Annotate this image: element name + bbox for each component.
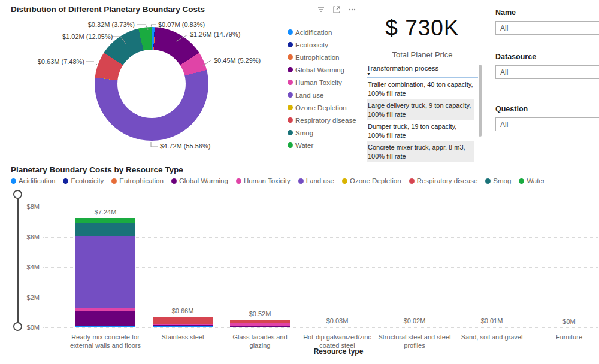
filter-icon[interactable] [316, 5, 326, 14]
legend-item-eutrophication[interactable]: Eutrophication [111, 177, 164, 184]
legend-label: Ecotoxicity [71, 177, 104, 184]
bar-chart-legend: AcidificationEcotoxicityEutrophicationGl… [11, 177, 545, 184]
legend-item-ozone-depletion[interactable]: Ozone Depletion [342, 177, 401, 184]
transformation-process-header[interactable]: Transformation process ▼ [367, 65, 478, 78]
bar-segment-acidification[interactable] [75, 326, 135, 327]
bar-total-label: $0.01M [462, 317, 522, 324]
legend-item-global-warming[interactable]: Global Warming [288, 63, 356, 76]
donut-data-label: $1.02M (12.05%) [62, 33, 110, 40]
legend-item-smog[interactable]: Smog [288, 126, 356, 139]
legend-item-acidification[interactable]: Acidification [288, 26, 356, 38]
bar-segment-land-use[interactable] [75, 236, 135, 308]
process-row-text: Large delivery truck, 9 ton capacity, [368, 101, 473, 110]
legend-item-ecotoxicity[interactable]: Ecotoxicity [288, 38, 356, 51]
bar-segment-global-warming[interactable] [75, 311, 135, 326]
legend-item-respiratory-disease[interactable]: Respiratory disease [288, 114, 356, 126]
legend-swatch [63, 178, 68, 184]
bar-total-label: $0M [539, 318, 599, 325]
bar-total-label: $7.24M [75, 208, 135, 216]
legend-swatch [11, 178, 16, 184]
bar-segment-smog[interactable] [75, 223, 135, 236]
donut-chart[interactable] [95, 27, 208, 141]
legend-label: Ozone Depletion [350, 177, 401, 184]
bar-sand-soil-and-gravel[interactable] [462, 327, 522, 328]
legend-item-land-use[interactable]: Land use [288, 89, 356, 101]
bar-segment-human-toxicity[interactable] [385, 327, 444, 328]
bar-ready-mix-concrete-for-external-walls-and-floors[interactable] [75, 218, 135, 327]
process-list-row[interactable]: Dumper truck, 19 ton capacity,100% fill … [367, 120, 474, 141]
legend-label: Respiratory disease [295, 117, 356, 124]
bar-segment-human-toxicity[interactable] [307, 327, 367, 328]
bar-segment-respiratory-disease[interactable] [153, 317, 213, 324]
legend-swatch [288, 29, 293, 35]
legend-item-smog[interactable]: Smog [485, 177, 511, 184]
x-axis-title: Resource type [279, 347, 398, 356]
slider-handle-top[interactable] [13, 190, 22, 199]
gridline [43, 327, 598, 328]
transformation-process-list: Transformation process ▼ Trailer combina… [367, 65, 483, 162]
bar-segment-acidification[interactable] [153, 326, 213, 327]
legend-swatch [288, 67, 293, 72]
legend-label: Smog [295, 129, 313, 136]
process-row-text: 100% fill rate [368, 89, 473, 98]
process-row-text: Concrete mixer truck, appr. 8 m3, [368, 143, 473, 152]
legend-label: Acidification [295, 29, 332, 36]
list-scrollbar-thumb[interactable] [479, 65, 482, 136]
bar-segment-water[interactable] [75, 218, 135, 223]
focus-mode-icon[interactable] [332, 5, 341, 14]
legend-label: Water [295, 142, 313, 149]
legend-item-water[interactable]: Water [288, 139, 356, 151]
legend-item-ozone-depletion[interactable]: Ozone Depletion [288, 101, 356, 114]
legend-item-land-use[interactable]: Land use [298, 177, 334, 184]
legend-label: Global Warming [295, 66, 344, 74]
filter-datasource-dropdown[interactable]: All [495, 65, 599, 79]
legend-swatch [171, 178, 177, 184]
legend-swatch [288, 130, 293, 135]
process-list-row[interactable]: Concrete mixer truck, appr. 8 m3,100% fi… [367, 141, 474, 162]
legend-item-ecotoxicity[interactable]: Ecotoxicity [63, 177, 104, 184]
sort-descending-icon: ▼ [367, 72, 478, 76]
legend-item-water[interactable]: Water [519, 177, 544, 184]
x-axis-category-label: Furniture [531, 333, 599, 341]
legend-swatch [409, 178, 415, 184]
process-list-row[interactable]: Large delivery truck, 9 ton capacity,100… [367, 99, 474, 120]
legend-label: Eutrophication [295, 54, 340, 61]
process-row-text: 100% fill rate [368, 110, 473, 119]
bar-glass-facades-and-glazing[interactable] [230, 320, 290, 327]
filter-group-name: Name All [495, 8, 599, 35]
legend-swatch [288, 80, 293, 85]
y-axis-range-slider-track[interactable] [17, 194, 19, 326]
x-axis-category-label: Stainless steel [144, 333, 221, 341]
filter-name-label: Name [495, 8, 599, 17]
bar-hot-dip-galvanized-zinc-coated-steel[interactable] [307, 327, 367, 328]
process-list-row[interactable]: Trailer combination, 40 ton capacity,100… [367, 78, 474, 99]
filter-question-dropdown[interactable]: All [495, 117, 599, 131]
legend-item-eutrophication[interactable]: Eutrophication [288, 51, 356, 63]
donut-hole [117, 50, 186, 118]
filter-name-dropdown[interactable]: All [495, 21, 599, 35]
donut-data-label: $0.63M (7.48%) [37, 58, 84, 65]
visual-header-toolbar [316, 5, 357, 14]
bar-total-label: $0.66M [153, 307, 213, 314]
bar-structural-steel-and-steel-profiles[interactable] [385, 327, 444, 328]
process-row-text: 100% fill rate [368, 131, 473, 140]
legend-item-global-warming[interactable]: Global Warming [171, 177, 228, 184]
filter-question-label: Question [495, 105, 599, 113]
more-options-icon[interactable] [347, 5, 357, 14]
filter-group-datasource: Datasource All [495, 53, 599, 79]
legend-swatch [288, 92, 293, 98]
legend-swatch [485, 178, 491, 184]
legend-label: Ozone Depletion [295, 104, 347, 111]
legend-swatch [519, 178, 524, 184]
bar-segment-smog[interactable] [462, 327, 522, 328]
legend-item-human-toxicity[interactable]: Human Toxicity [288, 76, 356, 89]
legend-item-human-toxicity[interactable]: Human Toxicity [236, 177, 291, 184]
bar-total-label: $0.02M [385, 317, 444, 324]
legend-item-acidification[interactable]: Acidification [11, 177, 55, 184]
bar-segment-global-warming[interactable] [230, 326, 290, 327]
legend-label: Respiratory disease [417, 177, 478, 184]
filter-datasource-label: Datasource [495, 53, 599, 61]
bar-stainless-steel[interactable] [153, 317, 213, 327]
legend-label: Land use [295, 92, 323, 99]
legend-item-respiratory-disease[interactable]: Respiratory disease [409, 177, 478, 184]
